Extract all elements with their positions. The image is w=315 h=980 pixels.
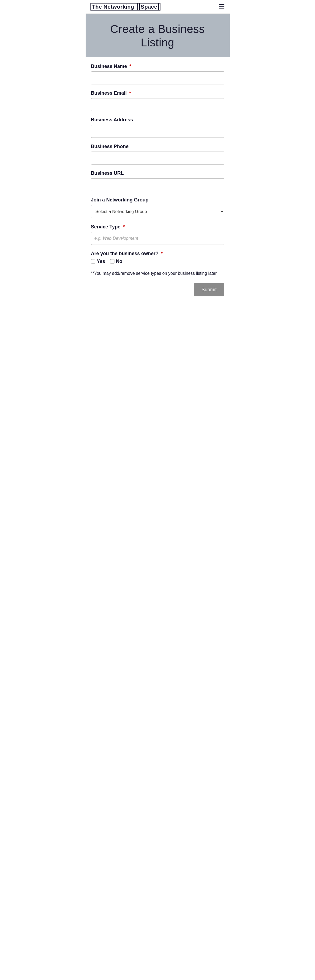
- submit-row: Submit: [91, 283, 224, 296]
- business-email-input[interactable]: [91, 98, 224, 111]
- business-owner-group: Are you the business owner? * Yes No: [91, 251, 224, 264]
- business-phone-group: Business Phone: [91, 144, 224, 164]
- yes-label[interactable]: Yes: [97, 259, 105, 264]
- networking-group-label: Join a Networking Group: [91, 197, 224, 203]
- business-phone-label: Business Phone: [91, 144, 224, 150]
- business-owner-checkboxes: Yes No: [91, 259, 224, 264]
- business-name-group: Business Name *: [91, 64, 224, 84]
- business-url-group: Business URL: [91, 170, 224, 191]
- yes-checkbox-item: Yes: [91, 259, 105, 264]
- business-address-input[interactable]: [91, 125, 224, 138]
- page-title: Create a Business Listing: [91, 22, 224, 49]
- business-url-label: Business URL: [91, 170, 224, 176]
- business-owner-label: Are you the business owner? *: [91, 251, 224, 256]
- page-title-banner: Create a Business Listing: [85, 14, 230, 57]
- networking-group-select[interactable]: Select a Networking Group: [91, 205, 224, 218]
- no-checkbox-item: No: [110, 259, 122, 264]
- brand-logo: The Networking Space: [90, 4, 161, 10]
- business-name-input[interactable]: [91, 72, 224, 84]
- required-star: *: [123, 224, 125, 229]
- required-star: *: [130, 64, 131, 69]
- navbar: The Networking Space ☰: [85, 0, 230, 14]
- required-star: *: [161, 251, 163, 256]
- service-type-group: Service Type *: [91, 224, 224, 245]
- business-address-label: Business Address: [91, 117, 224, 123]
- create-listing-form: Business Name * Business Email * Busines…: [85, 57, 230, 307]
- menu-icon[interactable]: ☰: [218, 3, 225, 10]
- note-text: **You may add/remove service types on yo…: [91, 270, 224, 277]
- business-name-label: Business Name *: [91, 64, 224, 69]
- no-checkbox[interactable]: [110, 259, 114, 264]
- business-email-group: Business Email *: [91, 90, 224, 111]
- brand-box: Space: [138, 3, 160, 11]
- service-type-input[interactable]: [91, 232, 224, 245]
- no-label[interactable]: No: [116, 259, 122, 264]
- business-phone-input[interactable]: [91, 151, 224, 164]
- networking-group-group: Join a Networking Group Select a Network…: [91, 197, 224, 218]
- service-type-label: Service Type *: [91, 224, 224, 230]
- business-address-group: Business Address: [91, 117, 224, 138]
- brand-text-part1: The Networking: [90, 3, 138, 11]
- yes-checkbox[interactable]: [91, 259, 95, 264]
- required-star: *: [129, 90, 131, 96]
- business-email-label: Business Email *: [91, 90, 224, 96]
- business-url-input[interactable]: [91, 178, 224, 191]
- submit-button[interactable]: Submit: [194, 283, 224, 296]
